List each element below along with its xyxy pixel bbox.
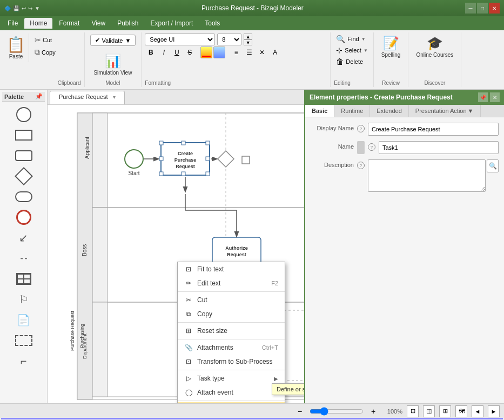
bold-button[interactable]: B — [145, 46, 157, 58]
italic-button[interactable]: I — [158, 46, 170, 58]
simulation-view-button[interactable]: 📊 Simulation View — [90, 51, 135, 78]
clear-format-button[interactable]: ✕ — [256, 46, 268, 58]
description-textarea[interactable] — [368, 159, 486, 192]
menu-publish[interactable]: Publish — [112, 18, 144, 29]
delete-button[interactable]: 🗑 Delete — [334, 56, 370, 67]
ctx-cut[interactable]: ✂ Cut — [178, 293, 285, 307]
thumbnail-button[interactable]: 🗺 — [455, 405, 467, 417]
delete-label: Delete — [346, 58, 363, 65]
tab-close-icon[interactable]: ▾ — [113, 94, 116, 100]
palette-dash-line[interactable]: - - — [2, 249, 45, 268]
fit-width-button[interactable]: ◫ — [423, 405, 435, 417]
underline-button[interactable]: U — [171, 46, 183, 58]
select-label: Select — [345, 47, 361, 54]
font-family-select[interactable]: Segoe UI — [145, 34, 215, 45]
strikethrough-button[interactable]: S — [184, 46, 196, 58]
spelling-button[interactable]: 📝 Spelling — [378, 34, 404, 60]
font-size-decrease[interactable]: ▼ — [244, 39, 252, 45]
zoom-in-button[interactable]: + — [368, 406, 379, 417]
font-size-select[interactable]: 8 — [217, 34, 241, 45]
palette-table[interactable] — [2, 269, 45, 289]
props-close-button[interactable]: ✕ — [490, 92, 500, 102]
font-size-increase[interactable]: ▲ — [244, 34, 252, 39]
canvas-area: Purchase Request ▾ Request Applicant — [48, 90, 304, 403]
palette-oval[interactable] — [2, 187, 45, 206]
tab-basic[interactable]: Basic — [305, 105, 334, 117]
navigate-right[interactable]: ► — [488, 405, 500, 417]
svg-text:Purchasing: Purchasing — [79, 324, 85, 348]
align-left-button[interactable]: ≡ — [230, 46, 242, 58]
tab-extended[interactable]: Extended — [370, 105, 408, 117]
ctx-copy[interactable]: ⧉ Copy — [178, 307, 285, 321]
zoom-slider[interactable] — [310, 407, 364, 416]
ctx-attach-event[interactable]: ◯ Attach event ▶ — [178, 385, 285, 399]
svg-text:Request: Request — [227, 252, 246, 257]
palette-circle[interactable] — [2, 105, 45, 124]
menu-view[interactable]: View — [86, 18, 111, 29]
palette-corner[interactable]: ⌐ — [2, 351, 45, 371]
zoom-out-button[interactable]: − — [294, 406, 305, 417]
window-controls: ─ □ ✕ — [465, 3, 500, 14]
navigate-left[interactable]: ◄ — [472, 405, 483, 417]
save-icon[interactable]: 💾 — [13, 5, 19, 11]
undo-icon[interactable]: ↩ — [22, 5, 26, 11]
text-effects-button[interactable]: A — [269, 46, 281, 58]
menu-tools[interactable]: Tools — [199, 18, 225, 29]
diagram-canvas[interactable]: Request Applicant Boss Purchase Request … — [48, 105, 304, 403]
ctx-fit-text[interactable]: ⊡ Fit to text — [178, 262, 285, 276]
copy-button[interactable]: ⧉ Copy — [32, 46, 58, 58]
find-button[interactable]: 🔍 Find ▼ — [334, 34, 370, 44]
palette-dash-rect[interactable] — [2, 331, 45, 350]
ctx-properties[interactable]: ⚙ Properties — [178, 402, 285, 403]
menu-format[interactable]: Format — [53, 18, 85, 29]
description-label: Description — [311, 159, 354, 168]
description-search-button[interactable]: 🔍 — [487, 159, 499, 172]
model-buttons: ✔ Validate ▼ — [89, 34, 137, 49]
fit-page-button[interactable]: ⊡ — [407, 405, 419, 417]
palette-pin[interactable]: 📌 — [35, 93, 43, 100]
align-center-button[interactable]: ☰ — [243, 46, 255, 58]
cut-button[interactable]: ✂ Cut — [32, 35, 58, 45]
select-button[interactable]: ⊹ Select ▼ — [334, 45, 370, 56]
format-buttons: B I U S ≡ ☰ ✕ A — [145, 46, 327, 58]
online-courses-button[interactable]: 🎓 Online Courses — [413, 34, 456, 60]
svg-text:Start: Start — [128, 170, 139, 176]
svg-text:Applicant: Applicant — [84, 137, 90, 159]
menu-export-import[interactable]: Export / Import — [145, 18, 199, 29]
palette-arrow[interactable]: ↙ — [2, 228, 45, 248]
palette-rectangle[interactable] — [2, 125, 45, 145]
menu-home[interactable]: Home — [24, 18, 52, 29]
menubar: File Home Format View Publish Export / I… — [0, 16, 504, 30]
ctx-reset-size[interactable]: ⊞ Reset size — [178, 324, 285, 338]
task-shape — [15, 150, 32, 161]
palette-task[interactable] — [2, 146, 45, 165]
palette-flag[interactable]: ⚐ — [2, 290, 45, 309]
menu-file[interactable]: File — [2, 18, 23, 29]
palette-diamond[interactable] — [2, 166, 45, 186]
font-color-button[interactable] — [200, 46, 212, 58]
props-pin-button[interactable]: 📌 — [478, 92, 488, 102]
tab-presentation-action[interactable]: Presentation Action ▼ — [409, 105, 481, 117]
palette-end-event[interactable] — [2, 208, 45, 227]
close-button[interactable]: ✕ — [489, 3, 500, 14]
ctx-transform[interactable]: ⊡ Transform to Sub-Process — [178, 355, 285, 369]
minimize-button[interactable]: ─ — [465, 3, 476, 14]
zoom-100-button[interactable]: ⊞ — [439, 405, 451, 417]
display-name-input[interactable] — [368, 123, 499, 136]
maximize-button[interactable]: □ — [477, 3, 488, 14]
description-row: Description ? 🔍 — [311, 159, 499, 192]
paste-button[interactable]: 📋 Paste — [3, 34, 29, 62]
more-icon[interactable]: ▼ — [35, 5, 40, 11]
ctx-task-type[interactable]: ▷ Task type ▶ — [178, 371, 285, 385]
redo-icon[interactable]: ↪ — [28, 5, 32, 11]
ctx-edit-text[interactable]: ✏ Edit text F2 — [178, 276, 285, 290]
validate-button[interactable]: ✔ Validate ▼ — [90, 35, 136, 46]
tab-purchase-request[interactable]: Purchase Request ▾ — [50, 91, 125, 104]
tab-label: Purchase Request — [59, 94, 108, 100]
highlight-color-button[interactable] — [213, 46, 225, 58]
ctx-task-type-label: Task type — [197, 375, 225, 382]
palette-doc[interactable]: 📄 — [2, 310, 45, 330]
name-input[interactable] — [379, 141, 499, 154]
tab-runtime[interactable]: Runtime — [334, 105, 370, 117]
ctx-attachments[interactable]: 📎 Attachments Ctrl+T — [178, 341, 285, 355]
